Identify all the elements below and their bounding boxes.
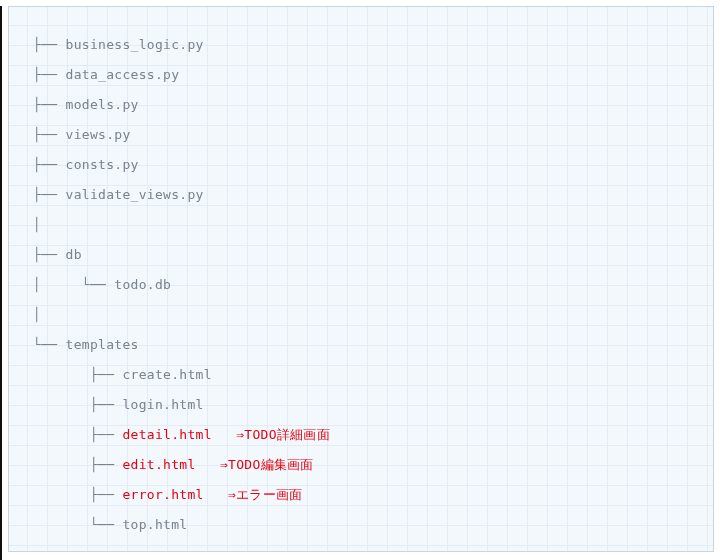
tree-line: │ └── todo.db	[33, 269, 703, 299]
code-block: ├── business_logic.py├── data_access.py├…	[8, 6, 714, 552]
tree-prefix: └──	[33, 518, 122, 531]
tree-file-name: models.py	[66, 98, 139, 111]
tree-prefix: ├──	[33, 128, 66, 141]
tree-prefix: │	[33, 308, 41, 321]
tree-prefix: ├──	[33, 428, 122, 441]
tree-file-name: detail.html ⇒TODO詳細画面	[122, 428, 330, 441]
tree-file-name: todo.db	[114, 278, 171, 291]
tree-file-name: data_access.py	[66, 68, 180, 81]
tree-file-name: templates	[66, 338, 139, 351]
tree-file-name: error.html ⇒エラー画面	[122, 488, 302, 501]
tree-prefix: ├──	[33, 398, 122, 411]
tree-file-name: create.html	[122, 368, 211, 381]
tree-line: ├── consts.py	[33, 149, 703, 179]
tree-line: ├── validate_views.py	[33, 179, 703, 209]
tree-file-name: consts.py	[66, 158, 139, 171]
tree-prefix: ├──	[33, 488, 122, 501]
tree-line: └── templates	[33, 329, 703, 359]
tree-line: ├── login.html	[33, 389, 703, 419]
tree-prefix: │	[33, 218, 41, 231]
tree-file-name: edit.html ⇒TODO編集画面	[122, 458, 313, 471]
tree-line: └── top.html	[33, 509, 703, 539]
tree-file-name: login.html	[122, 398, 203, 411]
tree-line: ├── views.py	[33, 119, 703, 149]
container: ├── business_logic.py├── data_access.py├…	[0, 6, 720, 560]
tree-line: ├── create.html	[33, 359, 703, 389]
tree-file-name: db	[66, 248, 82, 261]
tree-prefix: ├──	[33, 368, 122, 381]
tree-file-name: business_logic.py	[66, 38, 204, 51]
tree-line: ├── models.py	[33, 89, 703, 119]
tree-line: ├── edit.html ⇒TODO編集画面	[33, 449, 703, 479]
tree-file-name: views.py	[66, 128, 131, 141]
tree-line: ├── detail.html ⇒TODO詳細画面	[33, 419, 703, 449]
tree-line: ├── db	[33, 239, 703, 269]
tree-prefix: ├──	[33, 98, 66, 111]
tree-prefix: ├──	[33, 458, 122, 471]
tree-prefix: ├──	[33, 68, 66, 81]
tree-prefix: ├──	[33, 38, 66, 51]
tree-line: │	[33, 299, 703, 329]
tree-prefix: ├──	[33, 158, 66, 171]
tree-file-name: top.html	[122, 518, 187, 531]
tree-prefix: ├──	[33, 248, 66, 261]
tree-prefix: │ └──	[33, 278, 114, 291]
tree-line: ├── data_access.py	[33, 59, 703, 89]
file-tree: ├── business_logic.py├── data_access.py├…	[9, 7, 713, 549]
tree-file-name: validate_views.py	[66, 188, 204, 201]
tree-line: ├── business_logic.py	[33, 29, 703, 59]
tree-line: ├── error.html ⇒エラー画面	[33, 479, 703, 509]
tree-line: │	[33, 209, 703, 239]
tree-prefix: └──	[33, 338, 66, 351]
tree-prefix: ├──	[33, 188, 66, 201]
